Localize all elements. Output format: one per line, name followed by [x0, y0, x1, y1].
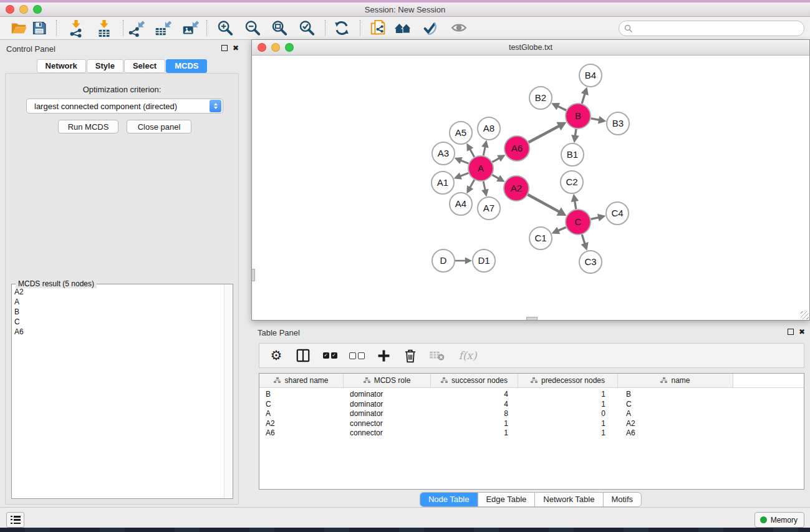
cell[interactable]: A [259, 409, 344, 419]
mcds-result-item[interactable]: C [14, 317, 224, 327]
graph-edge-C-C2[interactable] [575, 201, 576, 209]
import-network-button[interactable] [65, 19, 87, 37]
graph-node-B3[interactable]: B3 [607, 112, 629, 135]
graph-node-C3[interactable]: C3 [579, 251, 602, 273]
float-panel-icon[interactable] [221, 45, 228, 51]
show-all-button[interactable] [448, 19, 470, 37]
zoom-selected-button[interactable] [296, 19, 317, 37]
clone-network-button[interactable] [368, 19, 389, 37]
graph-edge-B-B2[interactable] [557, 106, 566, 110]
cell[interactable]: 1 [518, 390, 618, 400]
cell[interactable]: 4 [431, 400, 518, 410]
tab-style[interactable]: Style [87, 59, 123, 73]
graph-node-B4[interactable]: B4 [579, 64, 602, 87]
cell[interactable]: dominator [344, 409, 431, 419]
graph-edge-A-A5[interactable] [470, 149, 475, 157]
graph-node-B[interactable]: B [566, 104, 591, 128]
tab-network[interactable]: Network [37, 59, 86, 73]
graph-edge-A-A6[interactable] [492, 158, 499, 162]
tab-node-table[interactable]: Node Table [420, 493, 478, 506]
table-row-C[interactable]: Cdominator41C [259, 400, 804, 410]
mcds-result-item[interactable]: B [14, 307, 224, 317]
float-panel-icon[interactable] [788, 329, 794, 335]
graph-edge-A-A7[interactable] [483, 181, 485, 190]
hide-selected-button[interactable] [420, 19, 441, 37]
graph-edge-B-B1[interactable] [575, 129, 576, 136]
cell[interactable]: 1 [518, 400, 618, 410]
column-header-MCDS-role[interactable]: MCDS role [344, 374, 431, 387]
zoom-fit-button[interactable] [269, 19, 290, 37]
cell[interactable]: A2 [618, 419, 733, 429]
graph-node-B1[interactable]: B1 [561, 143, 584, 166]
refresh-button[interactable] [331, 19, 352, 37]
graph-edge-A-A4[interactable] [470, 180, 475, 188]
tab-mcds[interactable]: MCDS [166, 59, 207, 73]
show-columns-button[interactable] [295, 347, 311, 364]
column-header-predecessor-nodes[interactable]: predecessor nodes [518, 374, 618, 387]
graph-node-D[interactable]: D [432, 249, 455, 272]
graph-node-A1[interactable]: A1 [432, 172, 454, 194]
cell[interactable]: connector [344, 419, 431, 429]
graph-edge-A-A2[interactable] [492, 175, 499, 178]
graph-node-A6[interactable]: A6 [504, 136, 529, 161]
result-scrollbar[interactable] [224, 284, 233, 498]
cell[interactable]: dominator [344, 400, 431, 410]
table-row-A2[interactable]: A2connector11A2 [259, 419, 804, 429]
tab-select[interactable]: Select [124, 59, 165, 73]
horizontal-scrollbar[interactable] [526, 317, 538, 320]
graph-edge-B-B4[interactable] [582, 94, 585, 104]
table-settings-button[interactable]: ⚙ [268, 347, 284, 364]
cell[interactable]: A2 [259, 419, 344, 429]
resize-grip-icon[interactable] [801, 311, 809, 319]
save-session-button[interactable] [29, 19, 50, 37]
graph-edge-A2-C[interactable] [528, 195, 559, 212]
graph-node-D1[interactable]: D1 [473, 249, 495, 272]
tab-edge-table[interactable]: Edge Table [477, 493, 534, 506]
show-panels-button[interactable] [6, 512, 24, 528]
cell[interactable]: 1 [431, 428, 518, 438]
cell[interactable]: 1 [518, 419, 618, 429]
cell[interactable]: 8 [431, 409, 518, 419]
tab-network-table[interactable]: Network Table [534, 493, 602, 506]
export-image-button[interactable] [180, 19, 201, 37]
add-column-button[interactable] [375, 347, 392, 364]
graph-node-C2[interactable]: C2 [561, 171, 583, 193]
table-row-B[interactable]: Bdominator41B [259, 390, 804, 400]
export-table-button[interactable] [152, 19, 173, 37]
vertical-scrollbar[interactable] [252, 269, 255, 281]
select-all-button[interactable]: ✓✓ [322, 347, 338, 364]
table-row-A6[interactable]: A6connector11A6 [259, 428, 804, 438]
graph-node-C4[interactable]: C4 [606, 202, 629, 225]
deselect-all-button[interactable] [349, 347, 365, 364]
search-input[interactable] [635, 24, 804, 34]
graph-node-A[interactable]: A [468, 156, 493, 181]
graph-node-A4[interactable]: A4 [450, 193, 472, 215]
cell[interactable]: 1 [431, 419, 518, 429]
home-button[interactable] [393, 19, 414, 37]
mcds-result-item[interactable]: A6 [14, 327, 224, 337]
cell[interactable]: connector [344, 428, 431, 438]
column-header-shared-name[interactable]: shared name [259, 374, 344, 387]
graph-node-A5[interactable]: A5 [450, 122, 472, 144]
graph-edge-C-C4[interactable] [591, 218, 599, 220]
cell[interactable]: A6 [618, 428, 733, 438]
network-canvas[interactable]: B4B2BB3A8A5A6A3B1AA1C2A2A4A7C4CC1DD1C3 [252, 56, 809, 320]
cell[interactable]: C [259, 400, 344, 410]
table-row-A[interactable]: Adominator80A [259, 409, 804, 419]
mcds-result-item[interactable]: A2 [14, 287, 224, 297]
graph-edge-C-C3[interactable] [582, 235, 585, 244]
close-panel-icon[interactable]: ✖ [233, 45, 239, 51]
graph-node-C1[interactable]: C1 [529, 227, 552, 249]
cell[interactable]: A6 [259, 428, 344, 438]
run-mcds-button[interactable]: Run MCDS [58, 120, 118, 133]
cell[interactable]: B [618, 390, 733, 400]
graph-node-A7[interactable]: A7 [478, 197, 500, 220]
graph-edge-A6-B[interactable] [529, 126, 559, 142]
memory-button[interactable]: Memory [755, 512, 804, 528]
function-builder-button[interactable]: f(x) [456, 347, 480, 364]
column-header-successor-nodes[interactable]: successor nodes [431, 374, 518, 387]
graph-node-A2[interactable]: A2 [504, 176, 529, 201]
mcds-result-item[interactable]: A [14, 297, 224, 307]
graph-edge-B-B3[interactable] [591, 118, 599, 120]
tab-motifs[interactable]: Motifs [602, 493, 641, 506]
